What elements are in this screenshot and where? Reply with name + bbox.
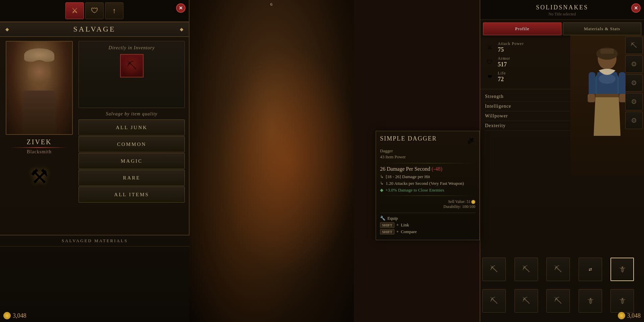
npc-face	[24, 48, 54, 85]
ws1-icon: ⛏	[490, 265, 498, 274]
salvage-all-junk-button[interactable]: ALL JUNK	[78, 119, 185, 136]
weapon-slot-4[interactable]: ⇄	[579, 258, 602, 281]
tooltip-divider-2	[380, 196, 475, 196]
shift-key-compare: SHIFT	[380, 229, 394, 234]
equip-slot-5[interactable]: ⚙	[625, 112, 643, 129]
sell-gold-icon	[471, 200, 475, 204]
weapon-slot-3[interactable]: ⛏	[546, 258, 570, 281]
equip-slot-1-icon: ⛏	[631, 42, 637, 49]
right-diamond: ◆	[180, 26, 183, 32]
tooltip-item-icon: 🗡	[463, 133, 478, 148]
equip-slot-5-icon: ⚙	[631, 116, 637, 124]
salvage-common-button[interactable]: COMMON	[78, 136, 185, 152]
equip-action[interactable]: 🔧 Equip	[380, 216, 475, 221]
materials-stats-tab[interactable]: Materials & Stats	[563, 22, 641, 35]
tooltip-stat-aps: ↳ 1.20 Attacks per Second (Very Fast Wea…	[380, 181, 475, 186]
anvil-icon: ⚒	[30, 165, 48, 189]
tab-salvage[interactable]: ⚔	[65, 2, 84, 19]
equip-slot-3[interactable]: ⚙	[625, 74, 643, 92]
inventory-section: Directly in Inventory ⛏	[78, 41, 185, 108]
npc-title-bar	[11, 147, 68, 148]
equip-slot-1[interactable]: ⛏	[625, 37, 643, 54]
salvage-rare-button[interactable]: RARE	[78, 170, 185, 186]
npc-face-skin	[28, 60, 51, 84]
tooltip-header: SIMPLE DAGGER 🗡	[380, 135, 475, 146]
compare-action[interactable]: SHIFT + Compare	[380, 229, 475, 234]
tooltip-footer: Sell Value: 51 Durability: 100/100	[380, 199, 475, 209]
weapon-slot-2[interactable]: ⛏	[515, 258, 538, 281]
salvage-all-items-button[interactable]: ALL ITEMS	[78, 186, 185, 203]
profile-tab[interactable]: Profile	[483, 22, 561, 35]
tab-repair[interactable]: 🛡	[85, 2, 104, 19]
salvage-magic-button[interactable]: MAGIC	[78, 153, 185, 169]
quality-section: Salvage by item quality ALL JUNK COMMON …	[78, 111, 185, 203]
tooltip-item-name: SIMPLE DAGGER	[380, 135, 437, 142]
equip-icon: 🔧	[380, 216, 385, 221]
equip-slot-2-icon: ⚙	[631, 60, 637, 68]
salvage-title-bar: ◆ SALVAGE ◆	[0, 22, 189, 37]
strength-label: Strength	[485, 94, 503, 99]
equip-slots-right: ⛏ ⚙ ⚙ ⚙ ⚙	[624, 35, 644, 130]
char-close-icon: ✕	[634, 5, 638, 11]
tooltip-dps-value: 26 Damage Per Second	[380, 166, 430, 172]
tab-upgrade[interactable]: ↑	[105, 2, 123, 19]
npc-name: ZIVEK	[27, 138, 52, 146]
ws4-icon: ⇄	[589, 267, 592, 272]
ws9-icon: 🗡	[586, 296, 594, 306]
tooltip-sell-value: Sell Value: 51	[380, 199, 475, 204]
npc-body	[22, 91, 56, 134]
willpower-label: Willpower	[485, 113, 508, 119]
life-icon: ❤	[485, 72, 494, 82]
ws8-icon: ⛏	[554, 296, 562, 306]
ws2-icon: ⛏	[522, 265, 530, 274]
char-gold-amount: 3,048	[627, 312, 641, 319]
char-name: SOLIDSNAKES	[486, 4, 639, 11]
inventory-label: Directly in Inventory	[109, 45, 155, 51]
equip-label: Equip	[387, 216, 398, 221]
repair-tab-icon: 🛡	[91, 6, 98, 15]
weapon-slot-6[interactable]: ⛏	[482, 289, 506, 313]
salvage-title: SALVAGE	[9, 25, 180, 34]
weapon-slot-9[interactable]: 🗡	[579, 289, 602, 313]
weapon-slot-8[interactable]: ⛏	[546, 289, 570, 313]
npc-hat	[24, 48, 54, 62]
dexterity-label: Dexterity	[485, 123, 506, 128]
tooltip-stat-damage: ↳ [18 - 26] Damage per Hit	[380, 174, 475, 179]
svg-rect-9	[588, 94, 595, 102]
item-pickaxe-icon: ⛏	[127, 60, 137, 71]
character-panel: ✕ SOLIDSNAKES No Title selected Profile …	[480, 0, 644, 322]
svg-rect-8	[589, 72, 595, 96]
ws3-icon: ⛏	[554, 265, 562, 274]
tooltip-item-power: 43 Item Power	[380, 154, 475, 160]
gold-display: 3,048	[3, 312, 26, 319]
npc-title: Blacksmith	[27, 149, 52, 155]
weapon-slot-7[interactable]: ⛏	[515, 289, 538, 313]
upgrade-tab-icon: ↑	[112, 6, 116, 15]
equip-slot-4-icon: ⚙	[631, 98, 637, 106]
weapon-slot-5[interactable]: 🗡	[610, 258, 634, 281]
attack-power-icon: ⚔	[485, 43, 494, 52]
close-button[interactable]: ✕	[176, 3, 185, 13]
equip-slot-4[interactable]: ⚙	[625, 93, 643, 110]
tooltip-bonus: ◆ +3.0% Damage to Close Enemies	[380, 187, 475, 193]
ws7-icon: ⛏	[522, 296, 530, 306]
weapon-slot-1[interactable]: ⛏	[482, 258, 506, 281]
link-action[interactable]: SHIFT + Link	[380, 222, 475, 228]
salvage-content: ZIVEK Blacksmith ⚒ Directly in Inventory…	[0, 37, 189, 228]
tooltip-actions: 🔧 Equip SHIFT + Link SHIFT + Compare	[380, 213, 475, 234]
tooltip-stat-damage-text: [18 - 26] Damage per Hit	[386, 174, 430, 179]
bullet-2: ↳	[380, 181, 384, 186]
weapon-slot-10[interactable]: 🗡	[610, 289, 634, 313]
tooltip-item-type: Dagger	[380, 148, 475, 154]
char-gold-icon	[618, 312, 625, 319]
intelligence-label: Intelligence	[485, 104, 511, 109]
char-close-button[interactable]: ✕	[631, 3, 641, 13]
equip-slot-2[interactable]: ⚙	[625, 55, 643, 73]
ws10-icon: 🗡	[618, 296, 626, 306]
tooltip-bonus-diamond: ◆	[380, 187, 383, 193]
inventory-item-slot[interactable]: ⛏	[120, 54, 144, 77]
char-header: SOLIDSNAKES No Title selected	[480, 0, 644, 20]
npc-portrait: ZIVEK Blacksmith ⚒	[4, 41, 74, 224]
compare-label: Compare	[401, 229, 417, 234]
svg-point-6	[599, 74, 615, 84]
